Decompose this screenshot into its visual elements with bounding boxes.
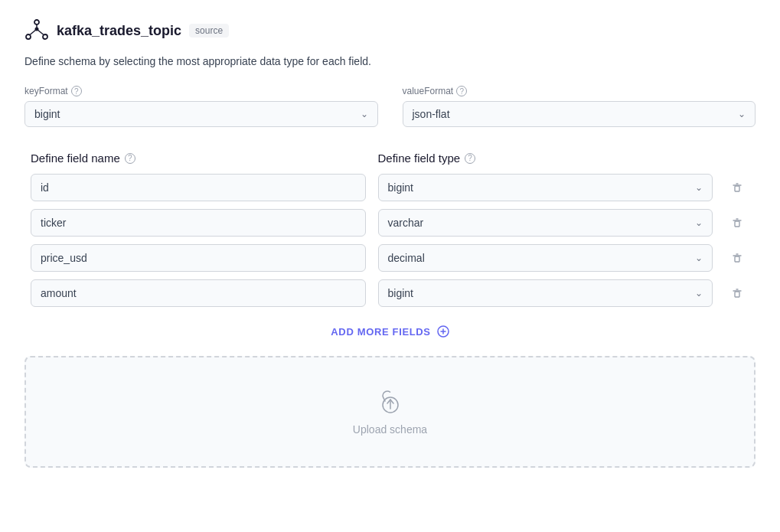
field-type-select-3[interactable]: bigint ⌄ (378, 279, 713, 307)
svg-rect-13 (735, 256, 739, 262)
trash-icon-0 (731, 181, 743, 194)
field-name-input-2[interactable] (31, 244, 366, 272)
page-title: kafka_trades_topic (57, 23, 181, 39)
svg-point-1 (26, 34, 31, 39)
table-row: varchar ⌄ (31, 209, 749, 237)
delete-field-button-3[interactable] (725, 284, 749, 302)
format-row: keyFormat ? bigint ⌄ valueFormat ? json-… (24, 86, 756, 127)
value-format-chevron-icon: ⌄ (738, 109, 746, 119)
field-name-input-1[interactable] (31, 209, 366, 237)
field-type-chevron-icon-0: ⌄ (695, 182, 703, 193)
svg-point-6 (35, 28, 39, 31)
field-type-select-0[interactable]: bigint ⌄ (378, 174, 713, 201)
fields-section: Define field name ? Define field type ? … (24, 152, 756, 307)
key-format-select[interactable]: bigint ⌄ (24, 101, 378, 127)
svg-rect-10 (735, 221, 739, 227)
page-header: kafka_trades_topic source (24, 18, 756, 43)
field-name-input-3[interactable] (31, 279, 366, 307)
field-type-help-icon[interactable]: ? (465, 153, 475, 164)
field-name-input-0[interactable] (31, 174, 366, 201)
key-format-chevron-icon: ⌄ (361, 109, 368, 119)
key-format-label: keyFormat ? (24, 86, 378, 96)
key-format-group: keyFormat ? bigint ⌄ (24, 86, 378, 127)
delete-field-button-0[interactable] (725, 178, 749, 197)
fields-container: bigint ⌄ varchar ⌄ (24, 174, 756, 307)
source-badge: source (189, 24, 229, 38)
svg-point-2 (43, 34, 47, 39)
trash-icon-3 (731, 287, 743, 299)
field-type-chevron-icon-2: ⌄ (695, 253, 703, 263)
field-type-value-3: bigint (388, 287, 413, 299)
field-type-select-2[interactable]: decimal ⌄ (378, 244, 713, 272)
field-type-select-1[interactable]: varchar ⌄ (378, 209, 713, 237)
field-name-help-icon[interactable]: ? (125, 153, 135, 164)
table-row: bigint ⌄ (31, 174, 749, 201)
field-type-chevron-icon-3: ⌄ (695, 288, 703, 299)
page-subtitle: Define schema by selecting the most appr… (24, 55, 756, 67)
svg-rect-16 (735, 292, 739, 297)
trash-icon-1 (731, 217, 743, 229)
add-circle-icon (437, 325, 449, 338)
field-name-col-header: Define field name ? (31, 152, 366, 165)
add-more-fields-button[interactable]: ADD MORE FIELDS (24, 325, 756, 338)
fields-header: Define field name ? Define field type ? (24, 152, 756, 165)
value-format-select[interactable]: json-flat ⌄ (403, 101, 756, 127)
kafka-logo-icon (24, 18, 49, 43)
table-row: decimal ⌄ (31, 244, 749, 272)
field-type-value-2: decimal (388, 252, 425, 264)
svg-point-0 (34, 20, 39, 24)
field-type-value-1: varchar (388, 217, 424, 229)
upload-icon (377, 388, 404, 416)
delete-field-button-2[interactable] (725, 249, 749, 267)
delete-field-button-1[interactable] (725, 214, 749, 232)
value-format-group: valueFormat ? json-flat ⌄ (403, 86, 756, 127)
value-format-label: valueFormat ? (403, 86, 756, 96)
upload-schema-label: Upload schema (353, 423, 427, 436)
table-row: bigint ⌄ (31, 279, 749, 307)
field-type-chevron-icon-1: ⌄ (695, 217, 703, 228)
trash-icon-2 (731, 252, 743, 264)
svg-rect-7 (735, 186, 739, 191)
field-type-value-0: bigint (388, 181, 413, 194)
value-format-help-icon[interactable]: ? (456, 86, 467, 96)
key-format-help-icon[interactable]: ? (71, 86, 82, 96)
upload-schema-zone[interactable]: Upload schema (24, 356, 756, 468)
field-type-col-header: Define field type ? (378, 152, 713, 165)
